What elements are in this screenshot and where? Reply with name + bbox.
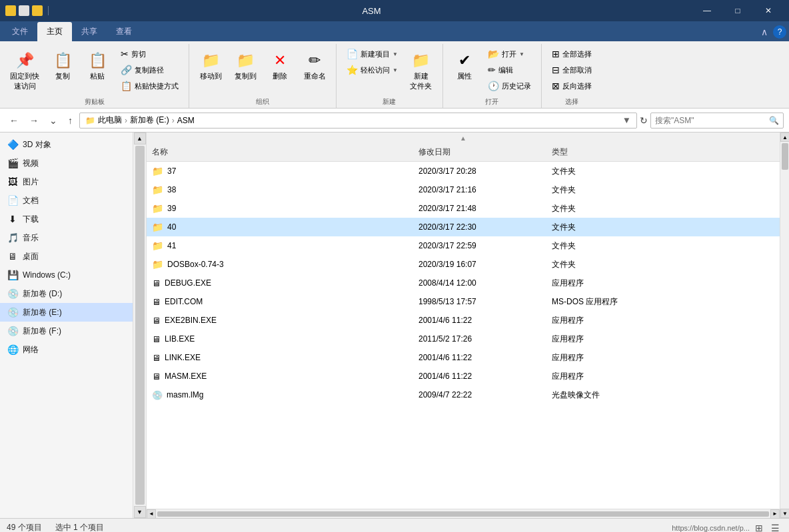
up-button[interactable]: ↑ <box>64 114 77 127</box>
file-list-header: 名称 修改日期 类型 <box>147 143 780 162</box>
tab-home[interactable]: 主页 <box>37 22 72 41</box>
sidebar-item-downloads[interactable]: ⬇ 下载 <box>0 210 133 228</box>
table-row[interactable]: 🖥 EXE2BIN.EXE 2001/4/6 11:22 应用程序 <box>147 311 780 330</box>
edit-button[interactable]: ✏ 编辑 <box>483 63 536 77</box>
pin-quick-access-button[interactable]: 📌 固定到快 速访问 <box>5 47 44 95</box>
ribbon-help-button[interactable]: ? <box>773 25 786 39</box>
sidebar-item-drive-f[interactable]: 💿 新加卷 (F:) <box>0 322 133 340</box>
invert-selection-button[interactable]: ⊠ 反向选择 <box>547 79 596 93</box>
copy-button[interactable]: 📋 复制 <box>47 47 79 85</box>
organize-buttons: 📁 移动到 📁 复制到 ✕ 删除 ✏ 重命名 <box>195 47 331 95</box>
table-row[interactable]: 📁 37 2020/3/17 20:28 文件夹 <box>147 162 780 180</box>
copy-to-button[interactable]: 📁 复制到 <box>229 47 261 85</box>
new-item-button[interactable]: 📄 新建项目 ▼ <box>342 47 402 61</box>
horizontal-scrollbar[interactable]: ◄ ► <box>147 509 780 518</box>
address-path[interactable]: 📁 此电脑 › 新加卷 (E:) › ASM ▼ <box>79 113 637 129</box>
breadcrumb-part-1[interactable]: 新加卷 (E:) <box>130 115 169 126</box>
folder-icon: 📁 <box>152 240 163 251</box>
scroll-left-button[interactable]: ◄ <box>147 509 156 519</box>
back-button[interactable]: ← <box>5 114 23 127</box>
sidebar-item-music[interactable]: 🎵 音乐 <box>0 228 133 247</box>
table-row[interactable]: 📁 38 2020/3/17 21:16 文件夹 <box>147 180 780 199</box>
desktop-icon: 🖥 <box>7 250 19 262</box>
sidebar-item-3d[interactable]: 🔷 3D 对象 <box>0 135 133 154</box>
column-date[interactable]: 修改日期 <box>413 145 546 159</box>
table-row[interactable]: 📁 40 2020/3/17 22:30 文件夹 <box>147 218 780 236</box>
sidebar-item-drive-e[interactable]: 💿 新加卷 (E:) <box>0 303 133 322</box>
table-row[interactable]: 🖥 LINK.EXE 2001/4/6 11:22 应用程序 <box>147 348 780 367</box>
sidebar-scrollbar-thumb[interactable] <box>135 146 145 505</box>
table-row[interactable]: 📁 DOSBox-0.74-3 2020/3/19 16:07 文件夹 <box>147 255 780 274</box>
new-folder-button[interactable]: 📁 新建文件夹 <box>405 47 437 95</box>
file-cell-name: 📁 39 <box>147 203 413 214</box>
scroll-down-button[interactable]: ▼ <box>780 509 789 518</box>
maximize-button[interactable]: □ <box>722 0 753 21</box>
address-dropdown-button[interactable]: ▼ <box>622 115 631 125</box>
sidebar-item-windows-c[interactable]: 💾 Windows (C:) <box>0 266 133 284</box>
table-row[interactable]: 🖥 MASM.EXE 2001/4/6 11:22 应用程序 <box>147 367 780 386</box>
list-view-button[interactable]: ⊞ <box>752 521 766 533</box>
table-row[interactable]: 📁 39 2020/3/17 21:48 文件夹 <box>147 199 780 218</box>
rename-button[interactable]: ✏ 重命名 <box>299 47 331 85</box>
table-row[interactable]: 📁 41 2020/3/17 22:59 文件夹 <box>147 236 780 255</box>
h-scrollbar-thumb[interactable] <box>157 511 769 517</box>
file-name: 37 <box>167 166 176 176</box>
sidebar-label-3d: 3D 对象 <box>23 139 51 150</box>
sidebar-item-video[interactable]: 🎬 视频 <box>0 154 133 172</box>
file-cell-date: 2020/3/17 22:59 <box>413 241 546 250</box>
open-button[interactable]: 📂 打开 ▼ <box>483 47 536 61</box>
sidebar-scroll-up[interactable]: ▲ <box>134 133 146 144</box>
column-name[interactable]: 名称 <box>147 145 413 159</box>
search-input[interactable] <box>655 116 766 125</box>
history-button[interactable]: 🕐 历史记录 <box>483 79 536 93</box>
sidebar-scroll-down[interactable]: ▼ <box>134 506 146 518</box>
sidebar-item-desktop[interactable]: 🖥 桌面 <box>0 247 133 266</box>
select-all-button[interactable]: ⊞ 全部选择 <box>547 47 596 61</box>
sidebar-label-drive-e: 新加卷 (E:) <box>23 307 62 318</box>
details-view-button[interactable]: ☰ <box>768 521 782 533</box>
sidebar-item-pictures[interactable]: 🖼 图片 <box>0 172 133 191</box>
tab-share[interactable]: 共享 <box>72 22 107 41</box>
breadcrumb-part-2[interactable]: ASM <box>177 116 195 125</box>
move-to-button[interactable]: 📁 移动到 <box>195 47 227 85</box>
file-cell-name: 🖥 EXE2BIN.EXE <box>147 316 413 326</box>
quick-icon-1 <box>5 5 16 16</box>
breadcrumb-part-0[interactable]: 此电脑 <box>98 115 122 126</box>
clipboard-buttons: 📌 固定到快 速访问 📋 复制 📋 粘贴 ✂ 剪切 🔗 复制路径 <box>5 47 183 95</box>
select-none-button[interactable]: ⊟ 全部取消 <box>547 63 596 77</box>
sidebar-item-documents[interactable]: 📄 文档 <box>0 191 133 210</box>
windows-c-icon: 💾 <box>7 269 19 281</box>
properties-button[interactable]: ✔ 属性 <box>448 47 480 85</box>
forward-button[interactable]: → <box>25 114 43 127</box>
file-cell-name: 🖥 DEBUG.EXE <box>147 278 413 288</box>
recent-button[interactable]: ⌄ <box>45 114 61 127</box>
table-row[interactable]: 🖥 EDIT.COM 1998/5/13 17:57 MS-DOS 应用程序 <box>147 292 780 311</box>
close-button[interactable]: ✕ <box>753 0 784 21</box>
new-buttons: 📄 新建项目 ▼ ⭐ 轻松访问 ▼ 📁 新建文件夹 <box>342 47 437 95</box>
file-cell-type: MS-DOS 应用程序 <box>546 296 780 308</box>
sidebar-item-drive-d[interactable]: 💿 新加卷 (D:) <box>0 284 133 303</box>
table-row[interactable]: 💿 masm.lMg 2009/4/7 22:22 光盘映像文件 <box>147 386 780 404</box>
v-scrollbar-thumb[interactable] <box>782 143 788 170</box>
ribbon-up-button[interactable]: ∧ <box>761 27 768 37</box>
scroll-up-button[interactable]: ▲ <box>780 133 789 142</box>
sidebar-item-network[interactable]: 🌐 网络 <box>0 340 133 359</box>
tab-view[interactable]: 查看 <box>107 22 141 41</box>
column-type[interactable]: 类型 <box>546 145 780 159</box>
easy-access-button[interactable]: ⭐ 轻松访问 ▼ <box>342 63 402 77</box>
file-list: 📁 37 2020/3/17 20:28 文件夹 📁 38 2020/3/17 … <box>147 162 780 509</box>
tab-file[interactable]: 文件 <box>3 22 37 41</box>
table-row[interactable]: 🖥 DEBUG.EXE 2008/4/14 12:00 应用程序 <box>147 274 780 292</box>
table-row[interactable]: 🖥 LIB.EXE 2011/5/2 17:26 应用程序 <box>147 330 780 348</box>
scroll-right-button[interactable]: ► <box>770 509 780 519</box>
paste-button[interactable]: 📋 粘贴 <box>81 47 113 85</box>
ribbon-group-open: ✔ 属性 📂 打开 ▼ ✏ 编辑 🕐 历史记录 打开 <box>443 44 542 108</box>
sidebar-label-drive-d: 新加卷 (D:) <box>23 288 62 300</box>
file-cell-date: 2009/4/7 22:22 <box>413 390 546 399</box>
paste-shortcut-button[interactable]: 📋 粘贴快捷方式 <box>116 79 183 93</box>
minimize-button[interactable]: — <box>692 0 722 21</box>
cut-button[interactable]: ✂ 剪切 <box>116 47 183 61</box>
copy-path-button[interactable]: 🔗 复制路径 <box>116 63 183 77</box>
refresh-button[interactable]: ↻ <box>640 115 648 126</box>
delete-button[interactable]: ✕ 删除 <box>264 47 296 85</box>
